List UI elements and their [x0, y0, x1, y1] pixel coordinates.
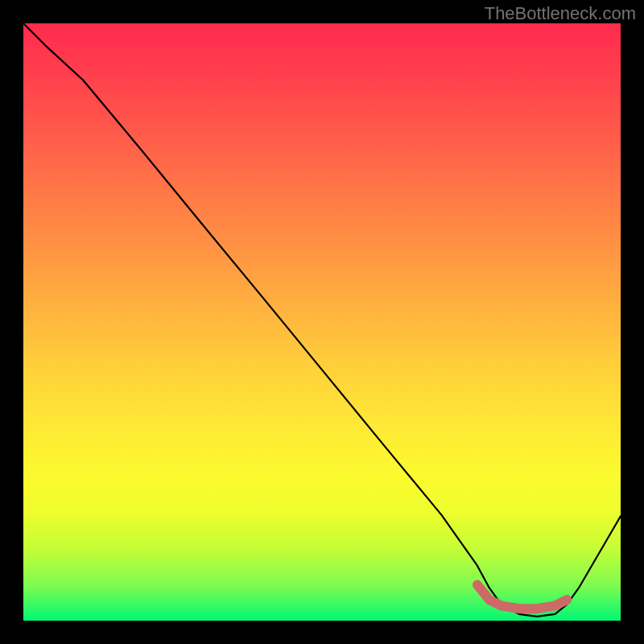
plot-area: [23, 23, 621, 621]
chart-overlay: [23, 23, 621, 621]
chart-container: TheBottleneck.com: [0, 0, 644, 644]
attribution-label: TheBottleneck.com: [485, 3, 636, 24]
performance-curve: [23, 23, 621, 617]
